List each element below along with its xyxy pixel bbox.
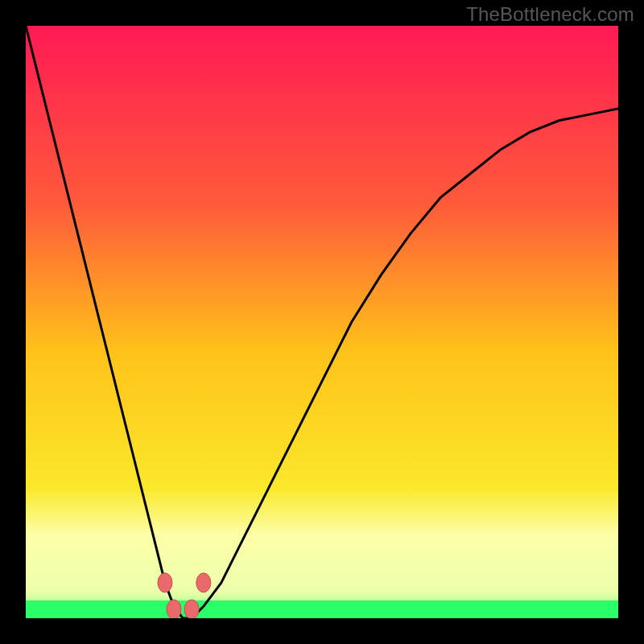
plot-svg bbox=[26, 26, 618, 618]
curve-marker-1 bbox=[167, 600, 181, 618]
plot-area bbox=[26, 26, 618, 618]
curve-marker-3 bbox=[196, 573, 211, 592]
curve-marker-0 bbox=[158, 573, 172, 592]
watermark-label: TheBottleneck.com bbox=[466, 3, 634, 26]
green-band bbox=[26, 601, 618, 618]
curve-marker-2 bbox=[184, 600, 199, 618]
chart-frame: TheBottleneck.com bbox=[0, 0, 644, 644]
gradient-background bbox=[26, 26, 618, 618]
pale-band bbox=[26, 535, 618, 601]
